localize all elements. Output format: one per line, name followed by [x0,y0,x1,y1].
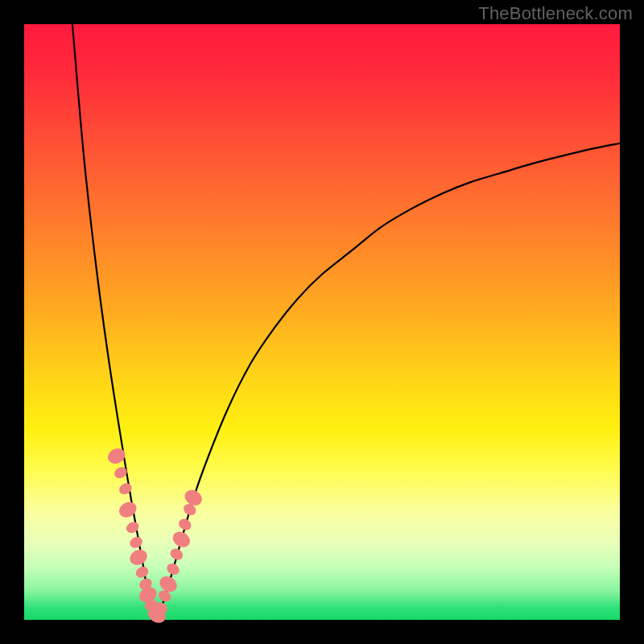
marker-dot [134,564,150,580]
marker-dot [165,561,182,577]
marker-dot [127,547,150,568]
marker-dot [124,520,140,535]
chart-frame: TheBottleneck.com [0,0,644,644]
marker-dot [128,535,144,550]
marker-dot [117,499,139,520]
marker-dot [170,529,193,551]
chart-svg [24,24,620,620]
curve-markers [105,445,205,625]
plot-area [24,24,620,620]
bottleneck-curve [72,24,620,620]
marker-dot [118,481,134,497]
watermark-label: TheBottleneck.com [478,3,633,24]
